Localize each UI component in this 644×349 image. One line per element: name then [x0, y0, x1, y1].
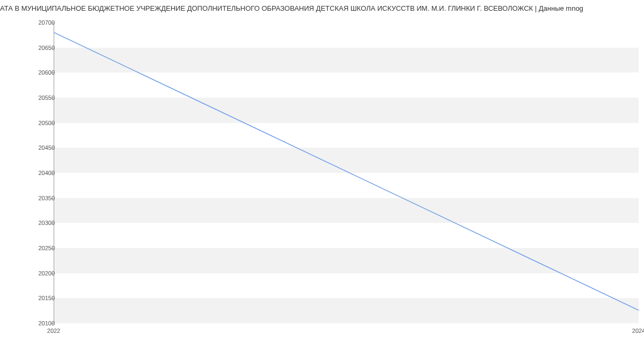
grid-band — [54, 48, 639, 73]
chart-container: АТА В МУНИЦИПАЛЬНОЕ БЮДЖЕТНОЕ УЧРЕЖДЕНИЕ… — [0, 0, 644, 349]
grid-band — [54, 98, 639, 123]
y-tick-label: 20250 — [38, 245, 55, 251]
x-tick-label: 2022 — [47, 328, 60, 334]
y-tick-label: 20150 — [38, 295, 55, 301]
grid-band — [54, 148, 639, 173]
grid-band — [54, 198, 639, 223]
y-tick-label: 20600 — [38, 69, 55, 76]
y-tick-label: 20350 — [38, 195, 55, 201]
y-tick-label: 20650 — [38, 45, 55, 51]
grid-band — [54, 248, 639, 273]
y-tick-label: 20400 — [38, 170, 55, 176]
x-tick-label: 2024 — [632, 328, 644, 334]
y-tick-label: 20550 — [38, 94, 55, 101]
chart-title: АТА В МУНИЦИПАЛЬНОЕ БЮДЖЕТНОЕ УЧРЕЖДЕНИЕ… — [0, 4, 644, 12]
plot-area — [54, 23, 639, 323]
y-tick-label: 20450 — [38, 144, 55, 151]
y-tick-label: 20500 — [38, 120, 55, 126]
y-tick-label: 20200 — [38, 270, 55, 277]
y-tick-label: 20300 — [38, 220, 55, 226]
grid-band — [54, 298, 639, 323]
y-tick-label: 20100 — [38, 320, 55, 326]
y-tick-label: 20700 — [38, 19, 55, 26]
